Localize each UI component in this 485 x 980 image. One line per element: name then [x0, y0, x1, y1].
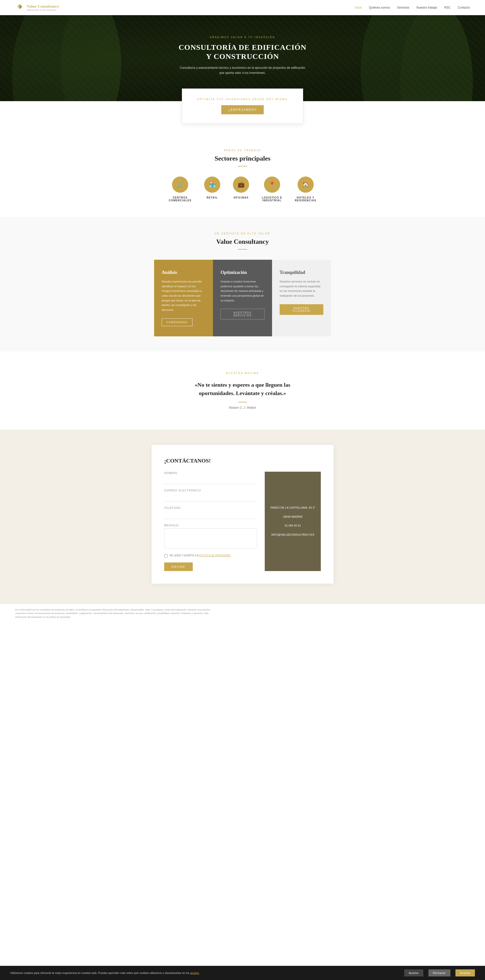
contact-box: ¡CONTÁCTANOS! NOMBRE CORREO ELECTRÓNICO … — [152, 445, 333, 584]
contact-layout: NOMBRE CORREO ELECTRÓNICO TELÉFONO MENSA… — [164, 472, 321, 571]
quote-section: NUESTRA MÁXIMA «No te sientes y esperes … — [0, 352, 485, 430]
email-label: CORREO ELECTRÓNICO — [164, 489, 257, 492]
privacy-checkbox[interactable] — [164, 554, 168, 557]
legal-text: De conformidad con los normativas de pro… — [15, 608, 217, 619]
privacy-link[interactable]: POLÍTICA DE PRIVACIDAD. — [199, 554, 231, 557]
legal-section: De conformidad con los normativas de pro… — [0, 604, 485, 627]
logo-text: Value Consultancy Adding value to your i… — [27, 4, 59, 11]
value-card-optimizacion: Optimización Gracias a nuestro know-how … — [213, 260, 272, 336]
email-input[interactable] — [164, 493, 257, 501]
card-optimizacion-title: Optimización — [220, 270, 264, 275]
contact-address: PASEO DE LA CASTELLANA, 93 2° — [270, 506, 315, 510]
svg-point-1 — [61, 15, 121, 101]
card-optimizacion-text: Gracias a nuestro know-how podemos ayuda… — [220, 279, 264, 303]
sector-hoteles: 🏠 HOTELES YRESIDENCIAS — [295, 177, 316, 202]
value-section: UN SERVICIO DE ALTO VALOR Value Consulta… — [0, 217, 485, 352]
nav-trabajo[interactable]: Nuestro trabajo — [417, 6, 437, 10]
sector-retail: 🏪 RETAIL — [204, 177, 220, 202]
privacy-row: HE LEÍDO Y ACEPTO LA POLÍTICA DE PRIVACI… — [164, 554, 257, 557]
sectors-divider — [238, 166, 247, 166]
contact-city: 28046 MADRID — [270, 515, 315, 519]
value-sup: UN SERVICIO DE ALTO VALOR — [10, 232, 475, 235]
quote-text: «No te sientes y esperes a que lleguen l… — [182, 380, 303, 397]
quote-sup: NUESTRA MÁXIMA — [10, 372, 475, 375]
contact-form: NOMBRE CORREO ELECTRÓNICO TELÉFONO MENSA… — [164, 472, 257, 571]
sector-centros-icon: 🛒 — [172, 177, 188, 193]
sector-oficinas: 💼 OFICINAS — [233, 177, 249, 202]
nav-servicios[interactable]: Servicios — [397, 6, 409, 10]
nuestra-filosofia-button[interactable]: NUESTRA FILOSOFÍA — [280, 304, 323, 315]
conocenos-button[interactable]: CONÓCENOS — [162, 318, 192, 326]
svg-point-3 — [400, 15, 473, 101]
contact-section: ¡CONTÁCTANOS! NOMBRE CORREO ELECTRÓNICO … — [0, 430, 485, 604]
card-tranquilidad-title: Tranquilidad — [280, 270, 323, 275]
value-card-analisis: Análisis Nuestra experiencia nos permite… — [154, 260, 213, 336]
sector-centros: 🛒 CENTROSCOMERCIALES — [169, 177, 192, 202]
sector-logistico-icon: 📍 — [264, 177, 280, 193]
name-label: NOMBRE — [164, 472, 257, 474]
sector-logistico: 📍 LOGÍSTICO EINDUSTRIAL — [262, 177, 282, 202]
quote-author: Madam C. J. Walker — [10, 406, 475, 409]
sectors-sup: ÁREAS DE TRABAJO — [10, 149, 475, 152]
brand-name: Value Consultancy — [27, 4, 59, 9]
logo[interactable]: Value Consultancy Adding value to your i… — [15, 3, 59, 12]
card-analisis-text: Nuestra experiencia nos permite identifi… — [162, 279, 205, 312]
sector-centros-label: CENTROSCOMERCIALES — [169, 196, 192, 202]
message-textarea[interactable] — [164, 528, 257, 549]
message-label: MENSAJE — [164, 524, 257, 527]
name-input[interactable] — [164, 476, 257, 484]
sector-retail-label: RETAIL — [207, 196, 218, 199]
submit-button[interactable]: ENVIAR — [164, 562, 193, 571]
cta-label: OPTIMIZA TUS INVERSIONES DESDE HOY MISMO — [197, 98, 288, 101]
cta-box-wrap: OPTIMIZA TUS INVERSIONES DESDE HOY MISMO… — [0, 89, 485, 124]
hero-title: CONSULTORÍA DE EDIFICACIÓN Y CONSTRUCCIÓ… — [177, 43, 308, 61]
sectors-section: ÁREAS DE TRABAJO Sectores principales 🛒 … — [0, 134, 485, 217]
hero-sup-text: AÑADIMOS VALOR A TU INVERSIÓN — [177, 36, 308, 39]
contact-title: ¡CONTÁCTANOS! — [164, 458, 321, 464]
sectors-grid: 🛒 CENTROSCOMERCIALES 🏪 RETAIL 💼 OFICINAS… — [10, 177, 475, 202]
contact-info-box: PASEO DE LA CASTELLANA, 93 2° 28046 MADR… — [265, 472, 321, 571]
nav-contacto[interactable]: Contacto — [458, 6, 470, 10]
cta-box: OPTIMIZA TUS INVERSIONES DESDE HOY MISMO… — [182, 89, 303, 124]
phone-label: TELÉFONO — [164, 507, 257, 509]
value-title: Value Consultancy — [10, 238, 475, 245]
card-tranquilidad-text: Nuestros servicios se centran en consegu… — [280, 279, 323, 298]
sectors-title: Sectores principales — [10, 155, 475, 162]
nuestros-servicios-button[interactable]: NUESTROS SERVICIOS — [220, 309, 264, 320]
value-card-tranquilidad: Tranquilidad Nuestros servicios se centr… — [272, 260, 331, 336]
sector-oficinas-label: OFICINAS — [233, 196, 249, 199]
hero-subtitle: Consultoría y asesoramiento técnico y ec… — [177, 65, 308, 75]
sector-oficinas-icon: 💼 — [233, 177, 249, 193]
value-cards: Análisis Nuestra experiencia nos permite… — [154, 260, 331, 336]
nav-links: Inicio Quiénes somos Servicios Nuestro t… — [355, 6, 470, 10]
value-divider — [238, 249, 247, 250]
brand-tagline: Adding value to your investment — [27, 9, 59, 11]
nav-quienes[interactable]: Quiénes somos — [369, 6, 390, 10]
privacy-text: HE LEÍDO Y ACEPTO LA POLÍTICA DE PRIVACI… — [170, 554, 231, 557]
nav-inicio[interactable]: Inicio — [355, 6, 362, 10]
nav-rsc[interactable]: RSC — [444, 6, 451, 10]
card-analisis-title: Análisis — [162, 270, 205, 275]
logo-icon — [15, 3, 24, 12]
quote-divider — [238, 402, 247, 402]
contact-email: INFO@VALUECONSULTANCY.ES — [270, 533, 315, 537]
contact-phone: 91 094 55 61 — [270, 523, 315, 528]
sector-retail-icon: 🏪 — [204, 177, 220, 193]
navbar: Value Consultancy Adding value to your i… — [0, 0, 485, 15]
sector-hoteles-label: HOTELES YRESIDENCIAS — [295, 196, 316, 202]
sector-logistico-label: LOGÍSTICO EINDUSTRIAL — [262, 196, 282, 202]
hero-section: AÑADIMOS VALOR A TU INVERSIÓN CONSULTORÍ… — [0, 15, 485, 101]
phone-input[interactable] — [164, 511, 257, 519]
hero-content: AÑADIMOS VALOR A TU INVERSIÓN CONSULTORÍ… — [177, 36, 308, 75]
sector-hoteles-icon: 🏠 — [298, 177, 314, 193]
empezamos-button[interactable]: ¿EMPEZAMOS? — [221, 105, 264, 114]
